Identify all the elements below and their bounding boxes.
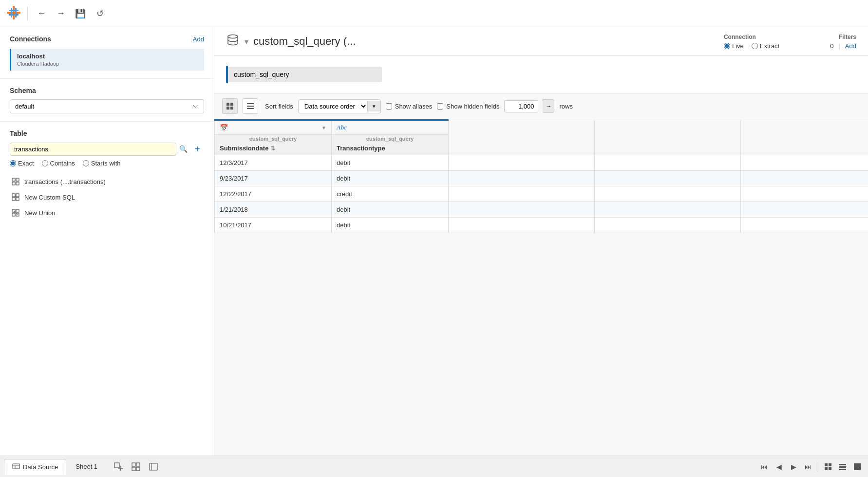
col-empty-2 <box>595 120 741 155</box>
nav-prev-button[interactable]: ◀ <box>772 460 786 474</box>
refresh-button[interactable]: ↺ <box>92 6 108 21</box>
table-cell-empty <box>595 202 741 218</box>
svg-rect-35 <box>132 463 135 466</box>
new-union-item[interactable]: New Union <box>10 205 204 220</box>
table-row: 12/3/2017debit <box>215 155 868 171</box>
exact-radio[interactable] <box>10 160 16 166</box>
table-cell-empty <box>595 155 741 171</box>
show-aliases-label[interactable]: Show aliases <box>386 103 433 110</box>
svg-rect-48 <box>854 463 861 470</box>
schema-select[interactable]: default <box>10 99 204 113</box>
filters-add-link[interactable]: Add <box>845 42 856 50</box>
starts-with-radio[interactable] <box>83 160 89 166</box>
show-hidden-label[interactable]: Show hidden fields <box>437 103 499 110</box>
svg-rect-5 <box>9 14 19 16</box>
union-icon <box>11 208 20 218</box>
svg-rect-11 <box>16 194 19 197</box>
contains-radio-label[interactable]: Contains <box>42 160 75 167</box>
list-view-btn-bottom[interactable] <box>836 460 849 474</box>
filters-count: 0 <box>830 42 833 50</box>
nav-next-button[interactable]: ▶ <box>787 460 800 474</box>
query-name-input[interactable] <box>228 67 382 82</box>
show-aliases-checkbox[interactable] <box>386 103 392 110</box>
db-title-group: ▾ custom_sql_query (... <box>226 33 356 50</box>
table-list-item[interactable]: transactions (....transactions) <box>10 174 204 189</box>
table-label: Table <box>10 129 204 137</box>
svg-rect-28 <box>247 108 254 109</box>
svg-rect-36 <box>136 463 140 466</box>
new-story-button[interactable] <box>146 459 161 475</box>
add-connection-link[interactable]: Add <box>193 36 204 43</box>
rows-go-button[interactable]: → <box>543 99 554 113</box>
save-button[interactable]: 💾 <box>73 6 88 21</box>
connection-name: localhost <box>17 53 198 60</box>
live-radio[interactable] <box>724 43 730 49</box>
connection-item[interactable]: localhost Cloudera Hadoop <box>10 49 204 71</box>
col-name-transactiontype: Transactiontype <box>337 145 385 152</box>
svg-rect-9 <box>16 182 19 185</box>
sort-label: Sort fields <box>265 103 293 110</box>
sheet1-tab[interactable]: Sheet 1 <box>67 459 106 474</box>
sidebar: Connections Add localhost Cloudera Hadoo… <box>0 27 214 456</box>
new-custom-sql-item[interactable]: New Custom SQL <box>10 189 204 205</box>
svg-line-20 <box>14 211 18 215</box>
custom-sql-icon <box>11 192 20 202</box>
fit-view-btn[interactable] <box>850 460 864 474</box>
forward-button[interactable]: → <box>53 6 69 21</box>
data-grid: 📅 ▼ custom_sql_query Submissiondate ⇅ <box>214 119 868 233</box>
data-grid-wrapper[interactable]: 📅 ▼ custom_sql_query Submissiondate ⇅ <box>214 119 868 456</box>
table-search-input[interactable] <box>10 143 176 156</box>
svg-rect-22 <box>226 103 229 106</box>
starts-with-radio-label[interactable]: Starts with <box>83 160 121 167</box>
col-sort-icon-1[interactable]: ⇅ <box>270 145 275 152</box>
svg-rect-3 <box>15 8 17 18</box>
exact-radio-label[interactable]: Exact <box>10 160 34 167</box>
sort-dropdown-icon[interactable]: ▼ <box>367 101 380 111</box>
col-source-2: custom_sql_query <box>332 135 448 143</box>
connection-options: Live Extract <box>724 42 779 50</box>
rows-input[interactable] <box>504 100 538 112</box>
contains-radio[interactable] <box>42 160 48 166</box>
svg-rect-39 <box>150 463 157 470</box>
svg-rect-45 <box>839 464 846 465</box>
starts-with-label: Starts with <box>91 160 121 167</box>
table-cell-empty <box>449 202 595 218</box>
show-hidden-checkbox[interactable] <box>437 103 443 110</box>
table-add-button[interactable]: + <box>190 142 204 156</box>
sort-select[interactable]: Data source order <box>299 100 367 113</box>
nav-first-button[interactable]: ⏮ <box>757 460 771 474</box>
extract-radio[interactable] <box>752 43 758 49</box>
dropdown-chevron-icon[interactable]: ▾ <box>245 37 248 46</box>
svg-rect-8 <box>12 182 15 185</box>
back-button[interactable]: ← <box>34 6 49 21</box>
svg-rect-29 <box>13 464 19 469</box>
svg-rect-1 <box>7 12 20 14</box>
table-cell-empty <box>741 218 868 233</box>
toolbar-divider <box>27 7 28 20</box>
new-sheet-button[interactable] <box>111 459 126 475</box>
new-dashboard-button[interactable] <box>128 459 144 475</box>
grid-view-btn-bottom[interactable] <box>821 460 835 474</box>
database-icon <box>226 33 240 50</box>
datasource-tab[interactable]: Data Source <box>4 459 66 475</box>
list-view-button[interactable] <box>243 98 258 114</box>
db-title: custom_sql_query (... <box>253 35 356 48</box>
date-type-icon: 📅 <box>220 124 228 131</box>
grid-view-button[interactable] <box>222 98 238 114</box>
col-dropdown-1[interactable]: ▼ <box>321 125 326 130</box>
svg-rect-6 <box>12 178 15 181</box>
connection-section: Connection Live Extract <box>724 34 779 50</box>
svg-rect-13 <box>16 198 19 201</box>
query-box <box>226 66 382 83</box>
nav-last-button[interactable]: ⏭ <box>801 460 815 474</box>
table-cell-empty <box>595 218 741 233</box>
rows-label: rows <box>559 103 572 110</box>
table-cell-empty <box>595 171 741 186</box>
extract-radio-label[interactable]: Extract <box>752 42 779 50</box>
table-cell: 10/21/2017 <box>215 218 332 233</box>
main-layout: Connections Add localhost Cloudera Hadoo… <box>0 27 868 456</box>
filters-row: 0 | Add <box>830 42 856 50</box>
live-radio-label[interactable]: Live <box>724 42 744 50</box>
connections-title: Connections <box>10 35 51 43</box>
bottom-nav: ⏮ ◀ ▶ ⏭ <box>757 460 864 474</box>
